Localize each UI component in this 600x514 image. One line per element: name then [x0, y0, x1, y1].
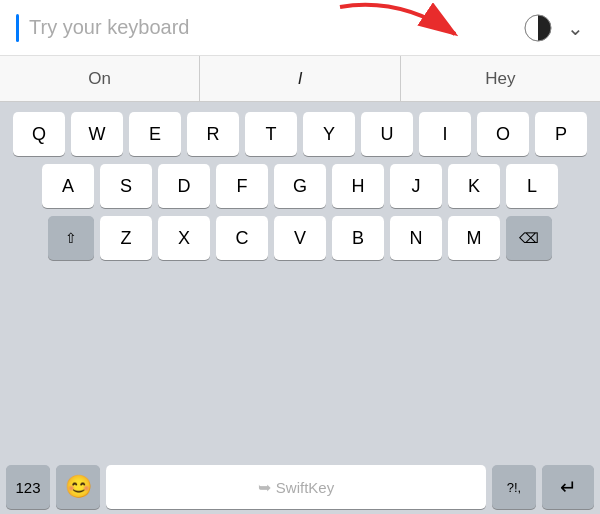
key-e[interactable]: E: [129, 112, 181, 156]
key-v[interactable]: V: [274, 216, 326, 260]
numbers-key[interactable]: 123: [6, 465, 50, 509]
key-p[interactable]: P: [535, 112, 587, 156]
autocomplete-bar: On I Hey: [0, 56, 600, 102]
autocomplete-hey[interactable]: Hey: [401, 56, 600, 101]
chevron-down-icon[interactable]: ⌄: [567, 16, 584, 40]
swiftkey-logo: ➥ SwiftKey: [258, 478, 334, 497]
key-r[interactable]: R: [187, 112, 239, 156]
input-bar: Try your keyboard ⌄: [0, 0, 600, 56]
key-u[interactable]: U: [361, 112, 413, 156]
key-b[interactable]: B: [332, 216, 384, 260]
swiftkey-icon: ➥: [258, 478, 271, 497]
key-d[interactable]: D: [158, 164, 210, 208]
keyboard: QWERTYUIOP ASDFGHJKL ⇧ZXCVBNM⌫: [0, 102, 600, 460]
key-n[interactable]: N: [390, 216, 442, 260]
input-icons: ⌄: [523, 13, 584, 43]
key-q[interactable]: Q: [13, 112, 65, 156]
keyboard-row-2: ASDFGHJKL: [4, 164, 596, 208]
key-a[interactable]: A: [42, 164, 94, 208]
key-m[interactable]: M: [448, 216, 500, 260]
key-y[interactable]: Y: [303, 112, 355, 156]
key-f[interactable]: F: [216, 164, 268, 208]
keyboard-row-1: QWERTYUIOP: [4, 112, 596, 156]
key-o[interactable]: O: [477, 112, 529, 156]
emoji-key[interactable]: 😊: [56, 465, 100, 509]
bottom-bar: 123 😊 ➥ SwiftKey ?!, ↵: [0, 460, 600, 514]
keyboard-row-3: ⇧ZXCVBNM⌫: [4, 216, 596, 260]
key-c[interactable]: C: [216, 216, 268, 260]
key-g[interactable]: G: [274, 164, 326, 208]
autocomplete-on[interactable]: On: [0, 56, 200, 101]
key-x[interactable]: X: [158, 216, 210, 260]
key-h[interactable]: H: [332, 164, 384, 208]
shift-key[interactable]: ⇧: [48, 216, 94, 260]
punctuation-key[interactable]: ?!,: [492, 465, 536, 509]
key-i[interactable]: I: [419, 112, 471, 156]
key-z[interactable]: Z: [100, 216, 152, 260]
key-t[interactable]: T: [245, 112, 297, 156]
swiftkey-label: SwiftKey: [276, 479, 334, 496]
key-l[interactable]: L: [506, 164, 558, 208]
key-s[interactable]: S: [100, 164, 152, 208]
autocomplete-center[interactable]: I: [200, 56, 400, 101]
backspace-key[interactable]: ⌫: [506, 216, 552, 260]
space-key[interactable]: ➥ SwiftKey: [106, 465, 486, 509]
key-w[interactable]: W: [71, 112, 123, 156]
cursor: [16, 14, 19, 42]
theme-icon[interactable]: [523, 13, 553, 43]
key-j[interactable]: J: [390, 164, 442, 208]
return-key[interactable]: ↵: [542, 465, 594, 509]
input-placeholder[interactable]: Try your keyboard: [29, 16, 523, 39]
key-k[interactable]: K: [448, 164, 500, 208]
